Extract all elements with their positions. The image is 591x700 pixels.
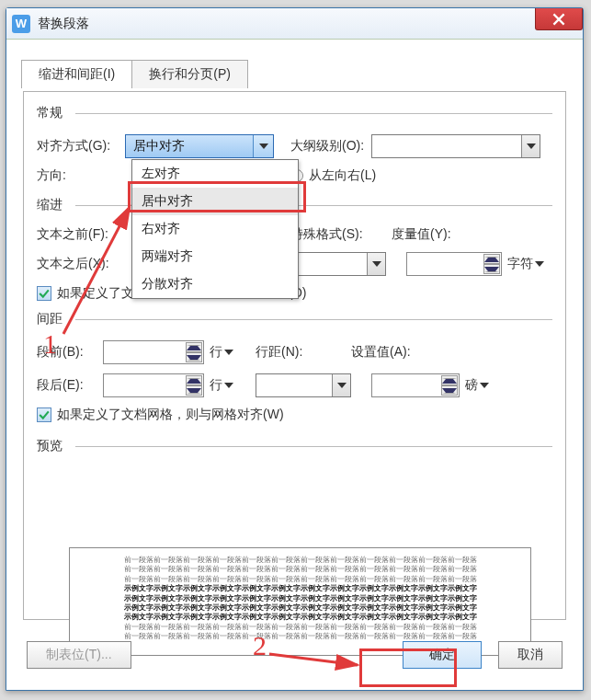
- annotation-marker-1: 1: [43, 328, 57, 360]
- tab-bar: 缩进和间距(I) 换行和分页(P): [21, 60, 247, 88]
- chevron-down-icon[interactable]: [224, 383, 233, 388]
- cancel-button[interactable]: 取消: [498, 641, 563, 669]
- preview-line: 前一段落前一段落前一段落前一段落前一段落前一段落前一段落前一段落前一段落前一段落…: [77, 575, 523, 584]
- label-direction: 方向:: [37, 167, 125, 184]
- label-alignment: 对齐方式(G):: [37, 138, 125, 155]
- app-icon: W: [12, 15, 30, 33]
- preview-line: 示例文字示例文字示例文字示例文字示例文字示例文字示例文字示例文字示例文字示例文字…: [77, 613, 523, 622]
- option-left[interactable]: 左对齐: [132, 160, 298, 188]
- alignment-dropdown: 左对齐 居中对齐 右对齐 两端对齐 分散对齐: [131, 159, 299, 299]
- set-at-spinner[interactable]: [371, 373, 460, 397]
- dialog-footer: 制表位(T)... 确定 取消: [16, 629, 574, 681]
- unit-line2: 行: [210, 377, 222, 394]
- check-icon: [39, 288, 50, 299]
- option-center[interactable]: 居中对齐: [132, 188, 298, 215]
- dialog-body: 缩进和间距(I) 换行和分页(P) 常规 对齐方式(G): 居中对齐 大纲级别(…: [16, 49, 574, 681]
- section-spacing: 间距: [37, 311, 552, 327]
- chevron-down-icon[interactable]: [535, 261, 544, 267]
- preview-line: 示例文字示例文字示例文字示例文字示例文字示例文字示例文字示例文字示例文字示例文字…: [77, 594, 523, 603]
- spin-up-icon[interactable]: [186, 342, 202, 352]
- unit-pound: 磅: [465, 377, 478, 394]
- label-special: 特殊格式(S):: [290, 226, 371, 243]
- spin-up-icon[interactable]: [483, 254, 500, 264]
- label-by: 度量值(Y):: [392, 226, 451, 243]
- chevron-down-icon: [521, 135, 540, 157]
- close-button[interactable]: [535, 8, 583, 30]
- spin-down-icon[interactable]: [186, 352, 202, 362]
- spin-down-icon[interactable]: [441, 385, 458, 396]
- tabs-button[interactable]: 制表位(T)...: [27, 641, 131, 669]
- after-spinner[interactable]: [103, 373, 204, 397]
- chevron-down-icon[interactable]: [224, 350, 233, 355]
- tab-line-page-breaks[interactable]: 换行和分页(P): [131, 60, 248, 88]
- ok-button[interactable]: 确定: [403, 641, 482, 669]
- by-spinner[interactable]: [406, 252, 502, 276]
- option-distribute[interactable]: 分散对齐: [132, 270, 298, 298]
- section-general: 常规: [37, 105, 552, 121]
- chevron-down-icon: [367, 253, 385, 275]
- special-combo[interactable]: [290, 252, 386, 276]
- label-text-before: 文本之前(F):: [37, 226, 125, 243]
- label-after: 段后(E):: [37, 377, 103, 394]
- checkbox-snap-grid[interactable]: [37, 407, 51, 422]
- spin-up-icon[interactable]: [441, 375, 458, 385]
- alignment-combo[interactable]: 居中对齐: [125, 134, 274, 158]
- preview-line: 前一段落前一段落前一段落前一段落前一段落前一段落前一段落前一段落前一段落前一段落…: [77, 556, 523, 565]
- before-spinner[interactable]: [103, 340, 204, 364]
- alignment-selected: 居中对齐: [133, 138, 185, 155]
- chevron-down-icon: [332, 374, 350, 396]
- paragraph-dialog: W 替换段落 缩进和间距(I) 换行和分页(P) 常规 对齐方式(G): 居中对…: [6, 7, 584, 691]
- preview-line: 示例文字示例文字示例文字示例文字示例文字示例文字示例文字示例文字示例文字示例文字…: [77, 603, 523, 613]
- option-justify[interactable]: 两端对齐: [132, 243, 298, 270]
- section-preview: 预览: [37, 438, 552, 454]
- label-ltr: 从左向右(L): [309, 167, 376, 184]
- chevron-down-icon: [253, 135, 273, 157]
- option-right[interactable]: 右对齐: [132, 215, 298, 243]
- label-outline: 大纲级别(O):: [290, 138, 371, 155]
- tab-indent-spacing[interactable]: 缩进和间距(I): [21, 60, 132, 88]
- unit-char: 字符: [507, 256, 533, 272]
- annotation-marker-2: 2: [253, 630, 267, 661]
- check-icon: [39, 409, 50, 420]
- checkbox-auto-indent[interactable]: [37, 286, 51, 301]
- label-text-after: 文本之后(X):: [37, 256, 125, 272]
- preview-line: 前一段落前一段落前一段落前一段落前一段落前一段落前一段落前一段落前一段落前一段落…: [77, 565, 523, 574]
- outline-combo[interactable]: [371, 134, 540, 158]
- titlebar: W 替换段落: [6, 8, 583, 40]
- spin-up-icon[interactable]: [186, 375, 202, 385]
- close-icon: [552, 13, 565, 26]
- line-spacing-combo[interactable]: [256, 373, 351, 397]
- preview-line: 示例文字示例文字示例文字示例文字示例文字示例文字示例文字示例文字示例文字示例文字…: [77, 584, 523, 593]
- spin-down-icon[interactable]: [186, 385, 202, 396]
- spin-down-icon[interactable]: [483, 264, 500, 274]
- label-line-spacing: 行距(N):: [256, 344, 318, 361]
- chevron-down-icon[interactable]: [480, 383, 489, 388]
- label-set-at: 设置值(A):: [351, 344, 411, 361]
- window-title: 替换段落: [38, 16, 89, 32]
- label-snap-grid: 如果定义了文档网格，则与网格对齐(W): [57, 407, 284, 423]
- unit-line: 行: [210, 344, 222, 361]
